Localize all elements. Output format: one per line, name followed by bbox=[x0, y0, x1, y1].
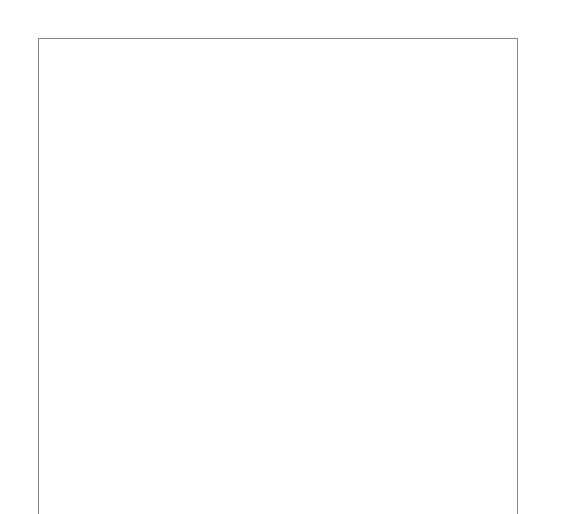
colorbar bbox=[546, 38, 562, 514]
correlation-plot bbox=[0, 0, 568, 514]
plot-area bbox=[38, 38, 518, 514]
